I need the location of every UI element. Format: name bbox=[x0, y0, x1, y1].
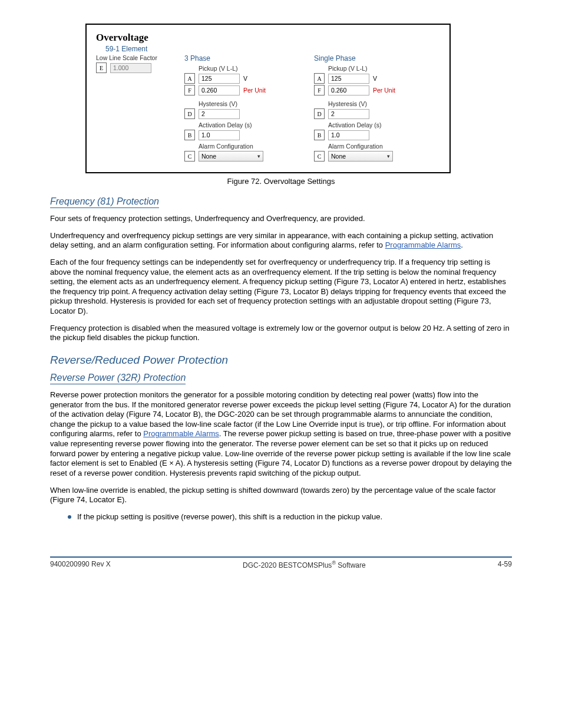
figure-title: Overvoltage bbox=[96, 32, 440, 44]
callout-e: E bbox=[96, 62, 107, 73]
delay-label-sp: Activation Delay (s) bbox=[328, 121, 420, 129]
section-frequency-title: Frequency (81) Protection bbox=[50, 196, 159, 208]
footer-right: 4-59 bbox=[498, 560, 512, 569]
rev-power-para-1: Reverse power protection monitors the ge… bbox=[50, 390, 512, 479]
hysteresis-field[interactable]: 2 bbox=[199, 109, 240, 119]
pickup-unit-sp: V bbox=[373, 75, 377, 82]
perunit-field[interactable]: 0.260 bbox=[199, 85, 240, 95]
col-heading-single-phase: Single Phase bbox=[314, 54, 420, 62]
footer-center: DGC-2020 BESTCOMSPlus® Software bbox=[243, 560, 366, 569]
programmable-alarms-link[interactable]: Programmable Alarms bbox=[385, 241, 461, 249]
subsection-32r-title: Reverse Power (32R) Protection bbox=[50, 373, 186, 384]
pickup-label: Pickup (V L-L) bbox=[199, 65, 290, 72]
bullet-item: If the pickup setting is positive (rever… bbox=[68, 512, 512, 521]
section-reverse-power-title: Reverse/Reduced Power Protection bbox=[50, 354, 512, 367]
rev-power-para-2: When low-line override is enabled, the p… bbox=[50, 486, 512, 505]
perunit-unit: Per Unit bbox=[243, 87, 266, 94]
pickup-field[interactable]: 125 bbox=[199, 74, 240, 84]
figure-group-title: 59-1 Element bbox=[105, 45, 440, 53]
scale-factor-label: Low Line Scale Factor bbox=[96, 54, 161, 61]
callout-b-sp: B bbox=[314, 130, 325, 140]
bullet-text: If the pickup setting is positive (rever… bbox=[77, 512, 382, 521]
callout-b: B bbox=[184, 130, 195, 140]
figure-overvoltage-panel: Overvoltage 59-1 Element Low Line Scale … bbox=[85, 24, 451, 173]
pickup-label-sp: Pickup (V L-L) bbox=[328, 65, 420, 72]
alarm-label-sp: Alarm Configuration bbox=[328, 143, 420, 150]
perunit-field-sp[interactable]: 0.260 bbox=[328, 85, 369, 95]
footer-left: 9400200990 Rev X bbox=[50, 560, 111, 569]
freq-para-4: Frequency protection is disabled when th… bbox=[50, 324, 512, 343]
alarm-dropdown[interactable]: None bbox=[199, 151, 263, 162]
delay-field-sp[interactable]: 1.0 bbox=[328, 130, 369, 140]
page-footer: 9400200990 Rev X DGC-2020 BESTCOMSPlus® … bbox=[50, 556, 512, 569]
callout-c-sp: C bbox=[314, 151, 325, 162]
callout-d-sp: D bbox=[314, 108, 325, 119]
alarm-label: Alarm Configuration bbox=[199, 143, 290, 150]
callout-c: C bbox=[184, 151, 195, 162]
callout-f: F bbox=[184, 85, 195, 95]
programmable-alarms-link-2[interactable]: Programmable Alarms bbox=[143, 429, 219, 438]
delay-field[interactable]: 1.0 bbox=[199, 130, 240, 140]
freq-para-3: Each of the four frequency settings can … bbox=[50, 258, 512, 317]
freq-para-1: Four sets of frequency protection settin… bbox=[50, 214, 512, 224]
alarm-dropdown-sp[interactable]: None bbox=[328, 151, 393, 162]
callout-a-sp: A bbox=[314, 73, 325, 84]
callout-d: D bbox=[184, 108, 195, 119]
hysteresis-label-sp: Hysteresis (V) bbox=[328, 100, 420, 107]
callout-a: A bbox=[184, 73, 195, 84]
bullet-dot-icon bbox=[68, 515, 71, 519]
pickup-field-sp[interactable]: 125 bbox=[328, 74, 369, 84]
col-heading-3phase: 3 Phase bbox=[184, 54, 290, 62]
callout-f-sp: F bbox=[314, 85, 325, 95]
perunit-unit-sp: Per Unit bbox=[373, 87, 395, 94]
hysteresis-field-sp[interactable]: 2 bbox=[328, 109, 369, 119]
hysteresis-label: Hysteresis (V) bbox=[199, 100, 290, 107]
freq-para-2: Underfrequency and overfrequency pickup … bbox=[50, 231, 512, 251]
pickup-unit: V bbox=[243, 75, 247, 82]
figure-caption: Figure 72. Overvoltage Settings bbox=[50, 177, 512, 186]
scale-factor-field[interactable]: 1.000 bbox=[110, 63, 151, 73]
delay-label: Activation Delay (s) bbox=[199, 121, 290, 129]
